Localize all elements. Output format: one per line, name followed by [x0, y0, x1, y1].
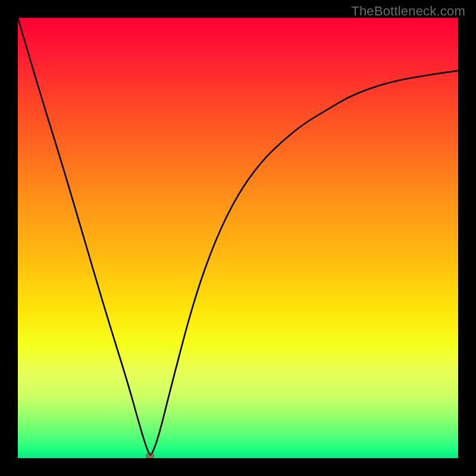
- watermark-text: TheBottleneck.com: [351, 4, 465, 19]
- minimum-marker: [146, 453, 154, 458]
- plot-area: [18, 18, 458, 458]
- chart-frame: TheBottleneck.com: [0, 0, 476, 476]
- bottleneck-curve: [18, 18, 458, 458]
